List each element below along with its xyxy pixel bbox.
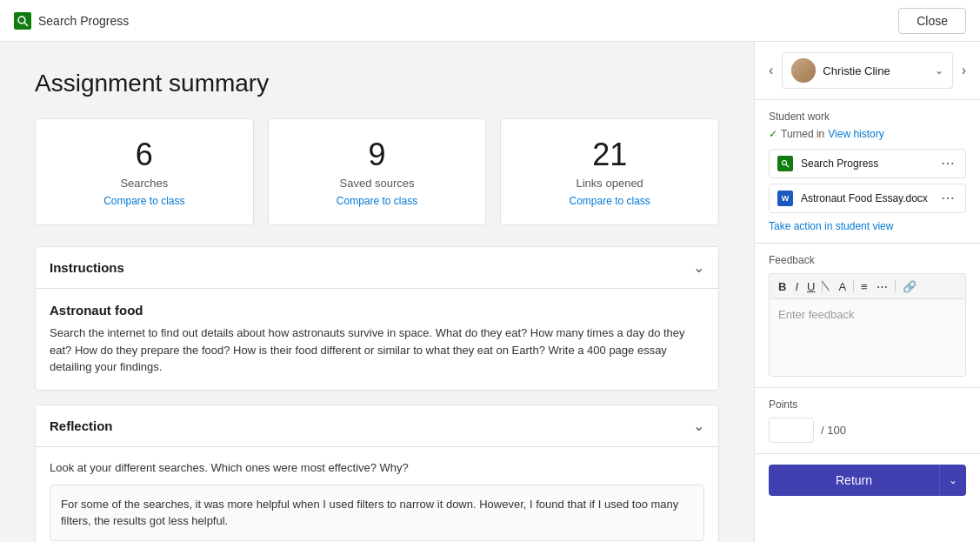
return-dropdown-button[interactable]: ⌄ xyxy=(939,465,966,496)
work-item-essay[interactable]: W Astronaut Food Essay.docx ⋯ xyxy=(769,184,966,213)
student-selector[interactable]: Christie Cline ⌄ xyxy=(782,52,952,89)
avatar xyxy=(791,58,816,83)
points-of: / 100 xyxy=(821,424,846,437)
close-button[interactable]: Close xyxy=(898,8,966,34)
svg-line-1 xyxy=(24,23,28,26)
link-button[interactable]: 🔗 xyxy=(899,278,920,295)
points-section: Points / 100 xyxy=(755,387,980,453)
compare-searches-link[interactable]: Compare to class xyxy=(50,195,239,207)
instructions-body: Astronaut food Search the internet to fi… xyxy=(36,288,718,390)
search-progress-icon xyxy=(777,155,794,172)
stat-label-links: Links opened xyxy=(515,177,704,190)
student-work-label: Student work xyxy=(769,110,966,123)
student-nav: ‹ Christie Cline ⌄ › xyxy=(755,42,980,100)
check-icon: ✓ xyxy=(769,128,777,140)
topbar-title: Search Progress xyxy=(38,14,129,28)
strikethrough-button[interactable]: ⃥ xyxy=(826,278,833,295)
turned-in-status: ✓ Turned in View history xyxy=(769,128,966,140)
stat-card-searches: 6 Searches Compare to class xyxy=(35,118,254,225)
instructions-subsection-title: Astronaut food xyxy=(50,303,704,318)
student-work-section: Student work ✓ Turned in View history Se… xyxy=(755,100,980,243)
next-student-button[interactable]: › xyxy=(958,59,970,82)
search-progress-more-button[interactable]: ⋯ xyxy=(937,157,958,171)
search-progress-name: Search Progress xyxy=(801,157,930,170)
stat-card-saved: 9 Saved sources Compare to class xyxy=(268,118,487,225)
left-panel: Assignment summary 6 Searches Compare to… xyxy=(0,42,754,542)
return-button[interactable]: Return xyxy=(769,465,939,496)
svg-line-3 xyxy=(786,164,789,167)
right-panel: ‹ Christie Cline ⌄ › Student work ✓ Turn… xyxy=(754,42,980,542)
toolbar-separator-3 xyxy=(895,280,896,292)
stat-number-links: 21 xyxy=(515,137,704,173)
feedback-toolbar: B I U ⃥ A ≡ ⋯ 🔗 xyxy=(769,273,966,298)
svg-point-2 xyxy=(783,161,787,165)
essay-name: Astronaut Food Essay.docx xyxy=(801,192,930,204)
italic-button[interactable]: I xyxy=(791,278,802,295)
reflection-answer: For some of the searches, it was more he… xyxy=(50,485,704,541)
instructions-text: Search the internet to find out details … xyxy=(50,325,704,376)
work-item-search[interactable]: Search Progress ⋯ xyxy=(769,149,966,178)
essay-more-button[interactable]: ⋯ xyxy=(937,191,958,205)
turned-in-text: Turned in xyxy=(781,128,824,140)
student-name: Christie Cline xyxy=(823,64,927,77)
return-button-group: Return ⌄ xyxy=(769,465,966,496)
stat-card-links: 21 Links opened Compare to class xyxy=(500,118,719,225)
view-history-link[interactable]: View history xyxy=(828,128,883,140)
student-dropdown-icon: ⌄ xyxy=(935,64,943,77)
stat-number-searches: 6 xyxy=(50,137,239,173)
stat-label-searches: Searches xyxy=(50,177,239,190)
main-layout: Assignment summary 6 Searches Compare to… xyxy=(0,42,980,542)
feedback-section: Feedback B I U ⃥ A ≡ ⋯ 🔗 Enter feedback xyxy=(755,243,980,387)
stats-row: 6 Searches Compare to class 9 Saved sour… xyxy=(35,118,719,225)
return-section: Return ⌄ xyxy=(755,453,980,506)
reflection-title: Reflection xyxy=(50,418,113,433)
underline-button[interactable]: U xyxy=(803,278,818,295)
instructions-section: Instructions ⌄ Astronaut food Search the… xyxy=(35,246,719,391)
topbar: Search Progress Close xyxy=(0,0,980,42)
reflection-section: Reflection ⌄ Look at your different sear… xyxy=(35,405,719,543)
feedback-label: Feedback xyxy=(769,254,966,266)
instructions-chevron-icon: ⌄ xyxy=(693,259,704,276)
points-input[interactable] xyxy=(769,418,814,443)
compare-links-link[interactable]: Compare to class xyxy=(515,195,704,207)
feedback-input[interactable]: Enter feedback xyxy=(769,298,966,377)
compare-saved-link[interactable]: Compare to class xyxy=(283,195,472,207)
toolbar-separator-2 xyxy=(853,280,854,292)
bullet-list-button[interactable]: ≡ xyxy=(857,278,871,295)
points-label: Points xyxy=(769,398,966,411)
avatar-image xyxy=(791,58,816,83)
bold-button[interactable]: B xyxy=(775,278,790,295)
word-doc-icon: W xyxy=(777,190,794,207)
toolbar-separator-1 xyxy=(822,280,823,292)
points-row: / 100 xyxy=(769,418,966,443)
app-logo xyxy=(14,12,31,30)
instructions-title: Instructions xyxy=(50,260,124,275)
instructions-header[interactable]: Instructions ⌄ xyxy=(36,247,718,288)
reflection-question: Look at your different searches. Which o… xyxy=(50,461,704,474)
reflection-body: Look at your different searches. Which o… xyxy=(36,446,718,543)
take-action-link[interactable]: Take action in student view xyxy=(769,217,893,236)
stat-label-saved: Saved sources xyxy=(283,177,472,190)
svg-point-0 xyxy=(18,17,25,23)
stat-number-saved: 9 xyxy=(283,137,472,173)
reflection-header[interactable]: Reflection ⌄ xyxy=(36,405,718,446)
highlight-button[interactable]: A xyxy=(835,278,850,295)
prev-student-button[interactable]: ‹ xyxy=(765,59,777,82)
topbar-left: Search Progress xyxy=(14,12,129,30)
page-title: Assignment summary xyxy=(35,70,719,97)
numbered-list-button[interactable]: ⋯ xyxy=(873,278,891,295)
reflection-chevron-icon: ⌄ xyxy=(693,418,704,434)
